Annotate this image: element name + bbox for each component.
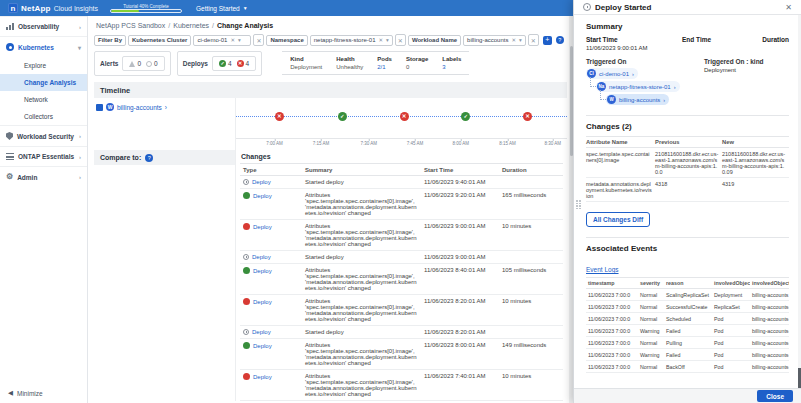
table-row[interactable]: Deploy Attributes 'spec.template.spec.co… (240, 339, 563, 370)
chevron-down-icon[interactable]: ▾ (238, 37, 241, 43)
panel-header: Deploy Started ✕ (574, 0, 801, 15)
filter-field-value[interactable]: ci-demo-01 ✕ ▾ (193, 35, 251, 46)
table-row[interactable]: Deploy Attributes 'spec.template.spec.co… (240, 264, 563, 295)
change-summary: Attributes 'spec.template.spec.container… (302, 370, 421, 401)
remove-filter-button[interactable]: ✕ (395, 34, 406, 46)
breadcrumb-link-sandbox[interactable]: NetApp PCS Sandbox (96, 22, 165, 29)
chevron-down-icon: ▾ (78, 44, 81, 51)
column-header[interactable]: Summary (302, 164, 421, 176)
change-summary: Started deploy (302, 326, 421, 339)
deploy-link[interactable]: Deploy (253, 343, 272, 349)
pods-label: Pods (377, 56, 392, 62)
deploy-status-icon[interactable]: ✕ (523, 112, 532, 121)
filter-field-value[interactable]: billing-accounts ✕ ▾ (463, 35, 526, 46)
deploy-status-icon (243, 192, 250, 199)
workload-link[interactable]: billing-accounts (619, 97, 660, 103)
column-header[interactable]: Start Time (421, 164, 499, 176)
checkbox-checked-icon[interactable] (96, 104, 103, 111)
help-icon[interactable]: ? (556, 36, 564, 44)
workload-chip[interactable]: Wbilling-accounts› (606, 94, 669, 105)
deploy-status-icon[interactable]: ✓ (338, 112, 347, 121)
axis-tick-label: 7:30 AM (360, 141, 377, 146)
workload-link[interactable]: billing-accounts (117, 104, 162, 111)
deploy-status-icon[interactable]: ✕ (275, 112, 284, 121)
deploy-link[interactable]: Deploy (252, 329, 271, 335)
timeline-legend: W billing-accounts › (94, 98, 236, 150)
minimize-sidebar-button[interactable]: ◀ Minimize (8, 389, 43, 397)
timeline-chart[interactable]: ✕ ✓ ✕ (236, 98, 567, 150)
deploy-link[interactable]: Deploy (253, 224, 272, 230)
sidebar-item-observability[interactable]: Observability › (0, 16, 87, 36)
event-logs-link[interactable]: Event Logs (586, 266, 619, 273)
table-row[interactable]: Deploy Started deploy 11/06/2023 8:20:01… (240, 326, 563, 339)
clear-value-icon[interactable]: ✕ (378, 37, 383, 43)
column-header[interactable]: Type (240, 164, 302, 176)
event-reason: SuccessfulCreate (664, 301, 712, 313)
deploy-link[interactable]: Deploy (253, 268, 272, 274)
deploy-link[interactable]: Deploy (252, 179, 271, 185)
event-object-kind: ReplicaSet (712, 301, 750, 313)
timeline-legend-item[interactable]: W billing-accounts › (96, 103, 233, 111)
workload-badge-icon: W (607, 95, 616, 104)
chevron-down-icon[interactable]: ▾ (386, 37, 389, 43)
deploy-status-icon[interactable]: ✕ (400, 112, 409, 121)
clear-value-icon[interactable]: ✕ (230, 37, 235, 43)
filter-field-value[interactable]: netapp-fitness-store-01 ✕ ▾ (310, 35, 393, 46)
sidebar-item-workload-security[interactable]: Workload Security › (0, 125, 87, 146)
table-row[interactable]: Deploy Started deploy 11/06/2023 9:00:01… (240, 251, 563, 264)
table-row: spec.template.spec.containers[0].image 2… (586, 148, 789, 178)
namespace-link[interactable]: netapp-fitness-store-01 (609, 84, 671, 90)
namespace-chip[interactable]: Nanetapp-fitness-store-01› (596, 81, 680, 92)
column-header: involvedObject... (712, 278, 750, 289)
table-row[interactable]: Deploy Attributes 'spec.template.spec.co… (240, 295, 563, 326)
deploy-link[interactable]: Deploy (253, 193, 272, 199)
column-header[interactable]: Duration (499, 164, 563, 176)
table-row: metadata.annotations.deployment.kubernet… (586, 178, 789, 202)
sidebar-item-collectors[interactable]: Collectors (0, 108, 87, 125)
change-duration: 105 milliseconds (499, 264, 563, 295)
table-row[interactable]: Deploy Attributes 'spec.template.spec.co… (240, 370, 563, 401)
deploy-link[interactable]: Deploy (253, 374, 272, 380)
labels-value-link[interactable]: 3 (442, 64, 461, 70)
getting-started-menu[interactable]: Getting Started ▼ (196, 5, 248, 12)
chevron-down-icon[interactable]: ▾ (519, 37, 522, 43)
event-severity: Warning (638, 349, 664, 361)
sidebar-item-change-analysis[interactable]: Change Analysis (0, 74, 87, 91)
tutorial-progress-label: Tutorial 40% Complete (123, 4, 169, 9)
change-start-time: 11/06/2023 8:00:01 AM (421, 339, 499, 370)
clear-value-icon[interactable]: ✕ (511, 37, 516, 43)
attribute-table-header-row: Attribute NamePreviousNew (586, 137, 789, 148)
chevron-right-icon: › (79, 24, 81, 30)
sidebar-item-network[interactable]: Network (0, 91, 87, 108)
tutorial-progress[interactable]: Tutorial 40% Complete (110, 4, 182, 13)
sidebar-item-explore[interactable]: Explore (0, 57, 87, 74)
event-reason: Pulling (664, 337, 712, 349)
remove-filter-button[interactable]: ✕ (253, 34, 264, 46)
cluster-link[interactable]: ci-demo-01 (599, 71, 629, 77)
attribute-name: spec.template.spec.containers[0].image (586, 148, 655, 178)
event-object-name: billing-accounts-6d (750, 349, 789, 361)
event-timestamp: 11/06/2023 7:00:0 (586, 313, 638, 325)
table-row[interactable]: Deploy Attributes 'spec.template.spec.co… (240, 189, 563, 220)
sidebar-item-ontap-essentials[interactable]: ONTAP Essentials › (0, 146, 87, 166)
timeline-section-header: Timeline (94, 82, 567, 98)
close-button[interactable]: Close (757, 390, 793, 402)
pods-value-link[interactable]: 2/1 (377, 64, 392, 70)
sidebar-item-kubernetes[interactable]: Kubernetes ▾ (0, 36, 87, 57)
deploy-status-icon[interactable]: ✓ (461, 112, 470, 121)
remove-filter-button[interactable]: ✕ (528, 34, 539, 46)
add-filter-button[interactable]: + (543, 36, 552, 45)
all-changes-diff-button[interactable]: All Changes Diff (586, 212, 650, 227)
bar-chart-icon (6, 23, 14, 30)
table-row[interactable]: Deploy Attributes 'spec.template.spec.co… (240, 220, 563, 251)
breadcrumb-link-kubernetes[interactable]: Kubernetes (173, 22, 209, 29)
event-object-kind: Pod (712, 349, 750, 361)
deploy-link[interactable]: Deploy (253, 299, 272, 305)
help-icon[interactable]: ? (145, 154, 153, 162)
kubernetes-icon (6, 43, 14, 51)
deploy-link[interactable]: Deploy (252, 254, 271, 260)
close-icon[interactable]: ✕ (785, 3, 792, 12)
sidebar-item-admin[interactable]: ⚙ Admin › (0, 166, 87, 187)
event-severity: Normal (638, 289, 664, 301)
table-row[interactable]: Deploy Started deploy 11/06/2023 9:40:01… (240, 176, 563, 189)
